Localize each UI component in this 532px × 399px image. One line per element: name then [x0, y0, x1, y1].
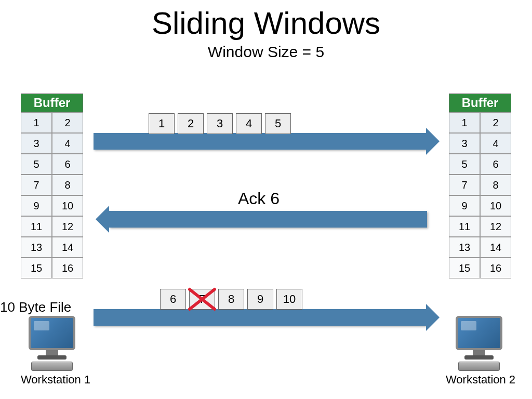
packet-cell: 5 [265, 113, 291, 134]
buffer-cell: 16 [480, 258, 511, 278]
buffer-cell: 12 [52, 216, 83, 237]
packet-cell: 4 [236, 113, 262, 134]
packet-row-bottom: 678910 [160, 289, 302, 310]
arrow-ack [109, 211, 427, 228]
buffer-cell: 14 [480, 237, 511, 258]
buffer-cell: 16 [52, 258, 83, 278]
buffer-cell: 5 [21, 154, 52, 175]
slide-subtitle: Window Size = 5 [0, 43, 532, 61]
buffer-cell: 4 [480, 133, 511, 154]
buffer-cell: 12 [480, 216, 511, 237]
buffer-row: 1314 [449, 237, 511, 258]
packet-cell: 9 [247, 289, 273, 310]
buffer-row: 56 [449, 154, 511, 175]
svg-line-1 [190, 289, 215, 309]
buffer-cell: 3 [21, 133, 52, 154]
buffer-cell: 7 [449, 175, 480, 195]
buffer-cell: 10 [52, 195, 83, 216]
buffer-row: 1112 [21, 216, 83, 237]
packet-cell: 3 [207, 113, 233, 134]
buffer-row: 1112 [449, 216, 511, 237]
buffer-row: 78 [449, 175, 511, 195]
buffer-cell: 10 [480, 195, 511, 216]
buffer-left-header: Buffer [21, 94, 83, 112]
workstation-1-label: Workstation 1 [21, 373, 90, 387]
buffer-cell: 1 [449, 112, 480, 133]
buffer-right: Buffer 12345678910111213141516 [449, 94, 511, 278]
buffer-row: 34 [21, 133, 83, 154]
buffer-cell: 7 [21, 175, 52, 195]
buffer-row: 910 [449, 195, 511, 216]
buffer-right-header: Buffer [449, 94, 511, 112]
buffer-left: Buffer 12345678910111213141516 [21, 94, 83, 278]
ack-label: Ack 6 [238, 189, 280, 208]
packet-row-top: 12345 [149, 113, 291, 134]
buffer-cell: 15 [21, 258, 52, 278]
buffer-row: 1516 [21, 258, 83, 278]
buffer-cell: 6 [52, 154, 83, 175]
buffer-cell: 3 [449, 133, 480, 154]
buffer-cell: 4 [52, 133, 83, 154]
buffer-cell: 9 [21, 195, 52, 216]
buffer-cell: 8 [480, 175, 511, 195]
buffer-cell: 14 [52, 237, 83, 258]
file-label: 10 Byte File [0, 299, 71, 315]
slide-title: Sliding Windows [0, 5, 532, 41]
svg-line-0 [190, 289, 215, 309]
buffer-row: 1516 [449, 258, 511, 278]
buffer-row: 12 [449, 112, 511, 133]
packet-cell: 2 [178, 113, 204, 134]
workstation-2-label: Workstation 2 [446, 373, 515, 387]
packet-cell: 7 [189, 289, 215, 310]
buffer-row: 56 [21, 154, 83, 175]
buffer-cell: 13 [21, 237, 52, 258]
packet-cell: 10 [276, 289, 302, 310]
buffer-cell: 11 [449, 216, 480, 237]
arrow-send-top [94, 133, 426, 150]
buffer-cell: 11 [21, 216, 52, 237]
buffer-cell: 1 [21, 112, 52, 133]
buffer-row: 910 [21, 195, 83, 216]
packet-cell: 6 [160, 289, 186, 310]
buffer-cell: 2 [480, 112, 511, 133]
buffer-cell: 13 [449, 237, 480, 258]
lost-packet-icon [188, 287, 217, 311]
buffer-cell: 5 [449, 154, 480, 175]
arrow-send-bottom [94, 309, 426, 326]
buffer-cell: 6 [480, 154, 511, 175]
packet-cell: 8 [218, 289, 244, 310]
buffer-row: 78 [21, 175, 83, 195]
buffer-row: 34 [449, 133, 511, 154]
buffer-cell: 9 [449, 195, 480, 216]
buffer-row: 1314 [21, 237, 83, 258]
buffer-cell: 2 [52, 112, 83, 133]
packet-cell: 1 [149, 113, 175, 134]
buffer-row: 12 [21, 112, 83, 133]
workstation-2-icon [448, 316, 510, 371]
workstation-1-icon [21, 316, 83, 371]
buffer-cell: 8 [52, 175, 83, 195]
buffer-cell: 15 [449, 258, 480, 278]
